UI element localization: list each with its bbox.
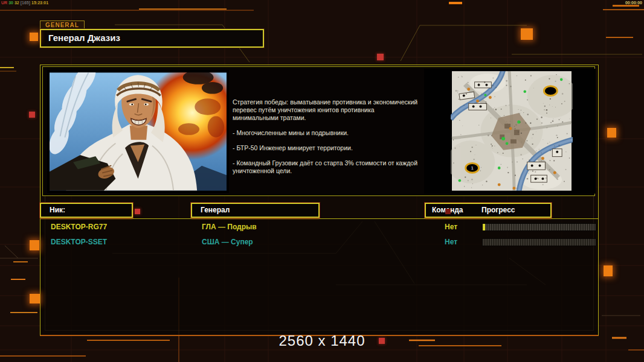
nick-header-label: Ник: [50, 206, 65, 214]
deco-square-red [135, 209, 140, 214]
progress-header-label: Прогресс [481, 204, 515, 217]
deco-square [30, 33, 38, 41]
player-general: ГЛА — Подрыв [202, 223, 257, 231]
deco-square-maroon [445, 209, 451, 214]
player-row[interactable]: DESKTOP-RG77 ГЛА — Подрыв Нет [40, 223, 598, 232]
column-header-team-progress: Команда Прогресс [425, 203, 552, 218]
deco-square [521, 28, 533, 40]
deco-square [607, 128, 616, 138]
svg-text:1: 1 [471, 165, 474, 171]
debug-stats-text: UR3032[165]15:23:01 [1, 1, 50, 5]
player-nick: DESKTOP-RG77 [51, 223, 107, 231]
map-preview-panel: 1 [424, 69, 596, 194]
description-paragraph: - Командный Грузовик даёт со старта 3% с… [233, 159, 421, 175]
deco-square [30, 294, 40, 303]
start-marker-1-icon: 1 [466, 163, 479, 173]
map-preview-image: 1 [451, 71, 573, 191]
load-progress-bar [482, 223, 596, 231]
description-paragraph: Стратегия победы: выматывание противника… [233, 98, 421, 122]
general-select-box[interactable]: Генерал Джазиз [40, 29, 264, 48]
load-progress-bar [482, 238, 596, 246]
general-info-box: Стратегия победы: выматывание противника… [42, 66, 595, 196]
lobby-screen: UR3032[165]15:23:01 00:00:00 GENERAL Ген… [0, 0, 644, 362]
general-description: Стратегия победы: выматывание противника… [233, 98, 421, 182]
description-paragraph: - БТР-50 Инженер минирует территории. [233, 144, 421, 152]
player-general: США — Супер [202, 238, 253, 246]
general-tab-label: GENERAL [40, 21, 85, 29]
player-list-panel: DESKTOP-RG77 ГЛА — Подрыв Нет DESKTOP-SS… [40, 218, 599, 336]
deco-square-red [377, 54, 384, 60]
general-portrait [47, 70, 229, 193]
general-header-label: Генерал [201, 206, 230, 214]
deco-square [604, 265, 613, 276]
resolution-label: 2560 x 1440 [0, 332, 644, 349]
deco-square [30, 240, 39, 250]
player-row[interactable]: DESKTOP-SSET США — Супер Нет [40, 238, 598, 247]
column-header-nick: Ник: [40, 203, 133, 218]
player-nick: DESKTOP-SSET [51, 238, 107, 246]
deco-square-red [29, 112, 35, 118]
start-marker-icon [544, 86, 557, 96]
match-timer: 00:00:00 [625, 1, 642, 5]
team-select[interactable]: Нет [445, 238, 457, 246]
description-paragraph: - Многочисленные мины и подрывники. [233, 129, 421, 137]
team-select[interactable]: Нет [445, 223, 457, 231]
column-header-general: Генерал [191, 203, 320, 218]
